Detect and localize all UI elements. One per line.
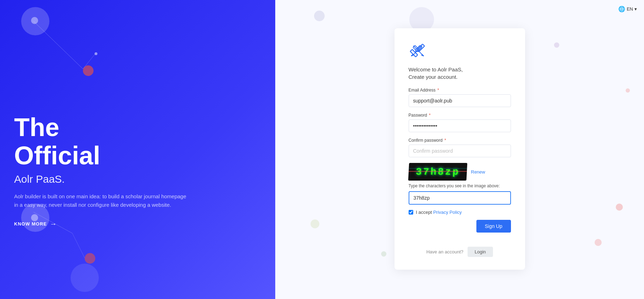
email-label: Email Address * — [409, 88, 511, 93]
r-deco-circle-9 — [595, 239, 602, 246]
right-panel: 🌐 EN ▾ — [275, 0, 644, 299]
confirm-password-group: Confirm password * — [409, 138, 511, 157]
welcome-line1: Welcome to Aolr PaaS, — [409, 66, 511, 73]
deco-circle-inner-1 — [31, 17, 38, 24]
deco-circle-5 — [85, 253, 95, 264]
r-deco-circle-7 — [616, 204, 623, 211]
email-input[interactable] — [409, 94, 511, 107]
bottom-row: Have an account? Login — [409, 247, 511, 257]
card-welcome: Welcome to Aolr PaaS, Create your accoun… — [409, 66, 511, 81]
r-deco-circle-1 — [314, 11, 325, 21]
globe-icon: 🌐 — [618, 6, 625, 12]
signup-button[interactable]: Sign Up — [476, 220, 511, 233]
arrow-icon: → — [50, 220, 57, 228]
password-group: Password * — [409, 113, 511, 132]
signup-row: Sign Up — [409, 220, 511, 233]
captcha-hint: Type the characters you see in the image… — [409, 183, 511, 188]
hero-line2: Official — [14, 141, 100, 170]
hero-text-block: The Official Aolr PaaS. Aolr builder is … — [14, 113, 261, 228]
r-deco-circle-8 — [626, 88, 630, 93]
deco-circle-4 — [71, 264, 99, 292]
email-group: Email Address * — [409, 88, 511, 107]
card-logo — [409, 41, 511, 60]
captcha-row: 37h8zp Renew — [409, 163, 511, 181]
privacy-label[interactable]: I accept Privacy Policy — [416, 210, 462, 215]
captcha-image: 37h8zp — [408, 163, 467, 181]
privacy-checkbox[interactable] — [409, 210, 413, 215]
language-selector[interactable]: 🌐 EN ▾ — [618, 6, 637, 12]
r-deco-circle-3 — [554, 42, 559, 48]
privacy-row: I accept Privacy Policy — [409, 210, 511, 215]
r-deco-circle-5 — [311, 219, 319, 228]
privacy-policy-link[interactable]: Privacy Policy — [433, 210, 462, 215]
captcha-input[interactable] — [409, 191, 511, 205]
deco-circle-inner-3 — [31, 214, 38, 221]
have-account-text: Have an account? — [426, 249, 463, 254]
hero-line1: The — [14, 113, 59, 141]
signup-card: Welcome to Aolr PaaS, Create your accoun… — [395, 28, 525, 270]
logo-icon — [409, 41, 426, 59]
deco-dot-1 — [95, 52, 97, 55]
left-panel: The Official Aolr PaaS. Aolr builder is … — [0, 0, 275, 299]
deco-circle-2 — [83, 65, 94, 76]
confirm-password-label: Confirm password * — [409, 138, 511, 143]
chevron-down-icon: ▾ — [634, 6, 637, 12]
r-deco-circle-6 — [381, 251, 386, 257]
svg-line-3 — [72, 233, 85, 258]
welcome-line2: Create your account. — [409, 73, 511, 81]
password-label: Password * — [409, 113, 511, 118]
renew-captcha-button[interactable]: Renew — [471, 169, 485, 175]
language-label: EN — [627, 6, 633, 12]
hero-line3: Aolr PaaS. — [14, 173, 261, 185]
confirm-password-input[interactable] — [409, 145, 511, 157]
password-input[interactable] — [409, 119, 511, 132]
know-more-button[interactable]: KNOW MORE → — [14, 220, 261, 228]
login-button[interactable]: Login — [468, 247, 493, 257]
